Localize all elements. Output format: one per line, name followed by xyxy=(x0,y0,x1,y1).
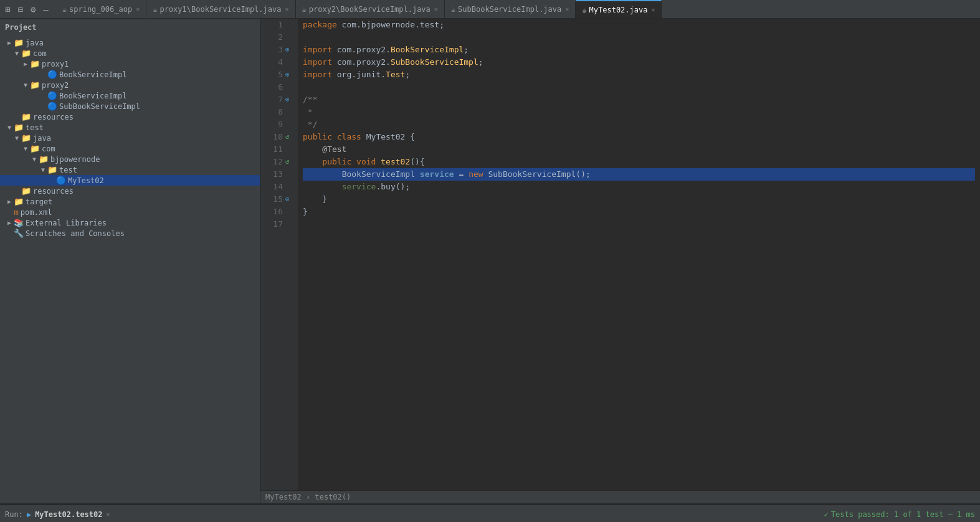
settings-icon[interactable]: ⚙ xyxy=(28,3,38,16)
run-icon: ▶ xyxy=(27,510,31,519)
tree-com[interactable]: ▼ 📁 com xyxy=(0,48,260,59)
run-status-bar: Run: ▶ MyTest02.test02 ✕ ✓ Tests passed:… xyxy=(0,505,980,522)
tree-test[interactable]: ▼ 📁 test xyxy=(0,122,260,133)
tree-bookservice-proxy1[interactable]: 🔵 BookServiceImpl xyxy=(0,69,260,80)
folder-target-icon: 📁 xyxy=(14,197,24,206)
tree-proxy1[interactable]: ▶ 📁 proxy1 xyxy=(0,59,260,69)
arrow-bjpowernode-test: ▼ xyxy=(39,166,47,173)
mytest-tab-icon: ☕ xyxy=(582,6,586,14)
close-mytest-tab[interactable]: ✕ xyxy=(651,6,655,13)
tab-spring[interactable]: ☕ spring_006_aop ✕ xyxy=(56,0,146,19)
tree-java-label: java xyxy=(26,39,44,47)
proxy2-tab-icon: ☕ xyxy=(302,5,307,14)
close-sub-tab[interactable]: ✕ xyxy=(565,6,569,12)
close-proxy1-tab[interactable]: ✕ xyxy=(285,6,288,12)
tree-bjpowernode[interactable]: ▼ 📁 bjpowernode xyxy=(0,154,260,164)
code-line-10: public class MyTest02 { xyxy=(303,131,975,143)
sidebar-header: Project xyxy=(0,19,260,36)
folder-proxy1-icon: 📁 xyxy=(30,59,40,69)
tree-test-java-label: java xyxy=(33,134,51,143)
tree-com-label: com xyxy=(33,49,47,58)
folder-resources-main-icon: 📁 xyxy=(21,112,31,121)
tree-target-label: target xyxy=(26,197,52,206)
tab-bar: ⊞ ⊟ ⚙ — ☕ spring_006_aop ✕ ☕ proxy1\Book… xyxy=(0,0,980,19)
tab-mytest[interactable]: ☕ MyTest02.java ✕ xyxy=(576,0,662,19)
code-line-15: } xyxy=(303,193,975,206)
tree-mytest02[interactable]: 🔵 MyTest02 xyxy=(0,175,260,186)
code-line-9: */ xyxy=(303,118,975,131)
tree-subbookservice-label: SubBookServiceImpl xyxy=(59,102,140,111)
sidebar-tree: ▶ 📁 java ▼ 📁 com ▶ 📁 proxy1 xyxy=(0,36,260,503)
bottom-panel: Run: ▶ MyTest02.test02 ✕ ✓ Tests passed:… xyxy=(0,503,980,522)
tab-proxy2[interactable]: ☕ proxy2\BookServiceImpl.java ✕ xyxy=(296,0,445,19)
folder-test-java-icon: 📁 xyxy=(21,133,31,143)
code-line-5: import org.junit.Test; xyxy=(303,69,975,81)
code-content[interactable]: package com.bjpowernode.test; import com… xyxy=(298,19,980,490)
code-line-11: @Test xyxy=(303,143,975,156)
tab-proxy1[interactable]: ☕ proxy1\BookServiceImpl.java ✕ xyxy=(146,0,295,19)
arrow-test-java: ▼ xyxy=(12,135,21,141)
tree-resources-main[interactable]: 📁 resources xyxy=(0,112,260,122)
arrow-target: ▶ xyxy=(5,198,14,205)
check-icon: ✓ xyxy=(824,510,829,519)
code-line-4: import com.proxy2.SubBookServiceImpl; xyxy=(303,56,975,69)
tree-subbookservice[interactable]: 🔵 SubBookServiceImpl xyxy=(0,101,260,112)
tree-pom[interactable]: m pom.xml xyxy=(0,207,260,217)
code-line-17 xyxy=(303,218,975,230)
tree-test-label: test xyxy=(26,123,44,132)
collapse-icon[interactable]: ⊟ xyxy=(15,3,25,16)
gutter-icons: ⊙ ⊙ ⊙ ↺ ↺ ⊙ xyxy=(285,19,298,490)
code-breadcrumb: MyTest02 › test02() xyxy=(260,490,980,503)
tree-java[interactable]: ▶ 📁 java xyxy=(0,37,260,48)
tree-bjpowernode-test-label: test xyxy=(59,166,77,174)
folder-java-icon: 📁 xyxy=(14,38,24,47)
tab-sub[interactable]: ☕ SubBookServiceImpl.java ✕ xyxy=(445,0,576,19)
tree-bookservice-p2-label: BookServiceImpl xyxy=(59,92,126,100)
tree-bjpowernode-label: bjpowernode xyxy=(50,155,100,164)
folder-test-icon: 📁 xyxy=(14,123,24,132)
tree-external-libs[interactable]: ▶ 📚 External Libraries xyxy=(0,217,260,228)
code-line-16: } xyxy=(303,206,975,218)
spring-tab-icon: ☕ xyxy=(62,5,67,14)
tree-mytest02-label: MyTest02 xyxy=(68,176,104,185)
class-mytest02-icon: 🔵 xyxy=(56,176,66,185)
folder-com-icon: 📁 xyxy=(21,49,31,58)
tree-scratches-label: Scratches and Consoles xyxy=(26,229,125,238)
arrow-proxy1: ▶ xyxy=(21,60,30,67)
code-scroll[interactable]: 12345 678910 1112131415 1617 ⊙ ⊙ ⊙ ↺ ↺ xyxy=(260,19,980,490)
arrow-com: ▼ xyxy=(12,50,21,57)
tree-test-java[interactable]: ▼ 📁 java xyxy=(0,133,260,143)
class-bookservice-p1-icon: 🔵 xyxy=(47,70,57,79)
code-line-2 xyxy=(303,31,975,44)
sub-tab-icon: ☕ xyxy=(451,5,455,14)
close-proxy2-tab[interactable]: ✕ xyxy=(434,6,438,12)
tree-proxy2[interactable]: ▼ 📁 proxy2 xyxy=(0,80,260,90)
close-spring-tab[interactable]: ✕ xyxy=(136,6,140,12)
main-layout: Project ▶ 📁 java ▼ 📁 com ▶ 📁 pro xyxy=(0,19,980,503)
code-line-13: BookServiceImpl service = new SubBookSer… xyxy=(303,168,975,181)
code-line-8: * xyxy=(303,106,975,118)
sidebar-title: Project xyxy=(5,23,255,32)
tree-scratches[interactable]: 🔧 Scratches and Consoles xyxy=(0,228,260,239)
highlight-service: service xyxy=(420,168,454,181)
tree-proxy2-label: proxy2 xyxy=(42,81,69,90)
tree-test-resources-label: resources xyxy=(33,187,74,196)
close-run-tab[interactable]: ✕ xyxy=(107,511,110,518)
proxy1-tab-icon: ☕ xyxy=(153,5,157,14)
arrow-external-libs: ▶ xyxy=(5,219,14,226)
tree-resources-main-label: resources xyxy=(33,113,74,121)
code-line-1: package com.bjpowernode.test; xyxy=(303,19,975,31)
folder-proxy2-icon: 📁 xyxy=(30,80,40,90)
tree-bookservice-p1-label: BookServiceImpl xyxy=(59,70,126,79)
tests-passed-bar: ✓ Tests passed: 1 of 1 test – 1 ms xyxy=(824,510,975,519)
tree-bookservice-proxy2[interactable]: 🔵 BookServiceImpl xyxy=(0,90,260,101)
tree-bjpowernode-test[interactable]: ▼ 📁 test xyxy=(0,164,260,175)
code-line-7: /** xyxy=(303,93,975,106)
tree-test-resources[interactable]: 📁 resources xyxy=(0,186,260,196)
minimize-icon[interactable]: — xyxy=(40,3,50,16)
project-icon[interactable]: ⊞ xyxy=(2,3,12,16)
folder-test-com-icon: 📁 xyxy=(30,144,40,153)
tree-test-com[interactable]: ▼ 📁 com xyxy=(0,143,260,154)
tree-target[interactable]: ▶ 📁 target xyxy=(0,196,260,207)
arrow-bjpowernode: ▼ xyxy=(30,156,39,163)
